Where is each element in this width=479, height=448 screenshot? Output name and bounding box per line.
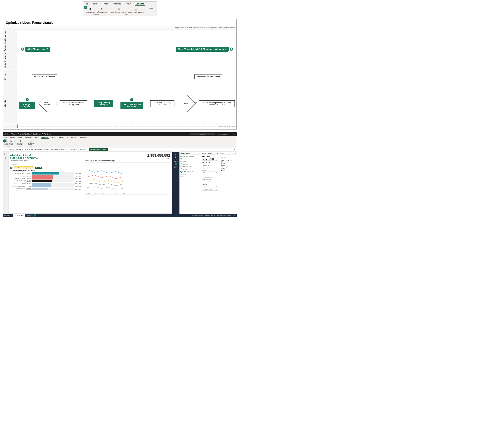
- show-hide-row: Show Hide: [180, 158, 200, 160]
- viz-pie-icon[interactable]: ◔: [202, 161, 205, 164]
- performance-analyzer-button[interactable]: 📊 Performance analyzer: [128, 7, 144, 13]
- ribbon-tab-home[interactable]: Home: [93, 2, 99, 6]
- bar-row: 4 AM–7 AM (7,193,488)7,193,488: [10, 175, 81, 177]
- pbi-tab-home[interactable]: Home: [10, 136, 15, 139]
- sel-item-textbox[interactable]: 👁Text box: [180, 163, 200, 165]
- sel-item-slicer1[interactable]: 👁Slicer: [180, 160, 200, 163]
- pbi-left-icons: 📋 ⊞ ⬡: [3, 152, 8, 214]
- fields-group-item[interactable]: ∑ Trips: [220, 163, 236, 164]
- right-chart: 2,383,658,592 Trips What day of the week…: [84, 152, 172, 213]
- fields-group-item[interactable]: ∑ Avg Fare per Trip: [220, 159, 236, 161]
- viz-table-icon[interactable]: ⊞: [208, 161, 211, 164]
- pause-visuals-label: Pause visuals: [85, 11, 95, 13]
- pbi-tab-modeling[interactable]: Modeling: [25, 136, 32, 139]
- ribbon-tab-modeling[interactable]: Modeling: [113, 2, 122, 6]
- viz-scatter-icon[interactable]: ⁘: [215, 158, 218, 161]
- tab-order-tab[interactable]: Tab order: [188, 155, 194, 157]
- pbi-ribbon-content: 4 ⏸ Pausedvisuals ↻ Refreshvisuals Serie…: [4, 139, 236, 147]
- maximize-icon[interactable]: □: [232, 133, 233, 135]
- review-group-label: Review: [148, 7, 153, 9]
- pbi-tab-file[interactable]: File: [4, 136, 8, 139]
- legend-label: Legend: [202, 174, 218, 176]
- sel-item-trends[interactable]: 👁Trends: [180, 168, 200, 170]
- titlebar-icon-2: [7, 133, 9, 135]
- pbi-refresh-button[interactable]: Refresh: [78, 148, 87, 151]
- pbi-refresh-label: Refreshvisuals: [9, 143, 13, 145]
- sel-item-whattime[interactable]: 3 What time of day...: [180, 170, 200, 173]
- viz-bar-icon[interactable]: ▦: [202, 158, 205, 161]
- resume-visuals-box: Click: "Paused visuals" Or "Resume visua…: [176, 47, 229, 52]
- fields-group-item[interactable]: ▶ Time: [220, 168, 236, 170]
- fields-search-input[interactable]: [220, 156, 236, 159]
- pbi-refresh-btn[interactable]: ↻ Refreshvisuals: [9, 140, 13, 145]
- ribbon-tab-view[interactable]: View: [126, 2, 131, 6]
- pbi-resume-button[interactable]: Resume visual queries: [89, 148, 108, 151]
- viz-area-icon[interactable]: ⬛: [212, 158, 214, 161]
- canvas-refresh-btn[interactable]: Refresh: [35, 167, 42, 169]
- viz-col-icon[interactable]: ▬: [205, 158, 208, 161]
- filter-item-slicer1: Slicer: [174, 165, 178, 167]
- add-page-btn[interactable]: +: [33, 214, 36, 217]
- pbi-tab-format[interactable]: Format: [71, 136, 77, 139]
- bar-value: 7,751,504: [75, 186, 81, 187]
- viz-map-icon[interactable]: 🗺: [205, 161, 208, 164]
- small-mult-dropzone[interactable]: Add data fields here: [202, 181, 218, 183]
- fields-group-item[interactable]: ∑ Fare: [220, 161, 236, 163]
- bar-row: Midnight–4:00 AM (7,193,488)7,193,488: [10, 177, 81, 179]
- slicer-control[interactable]: ▼ Slicer: [10, 163, 18, 165]
- pbi-tab-external[interactable]: External Tools: [57, 136, 68, 139]
- sel-item-slicer3[interactable]: 👁Slicer: [180, 176, 200, 178]
- pbi-tab-optimize[interactable]: Optimize: [41, 136, 49, 139]
- close-notif-icon[interactable]: ✕: [233, 148, 235, 151]
- bar-value: 5,366,760: [75, 188, 81, 190]
- viz-line-icon[interactable]: 📈: [208, 158, 211, 161]
- optimization-presets-button[interactable]: ⚙ Optimization presets ▾: [111, 7, 127, 13]
- minimize-icon[interactable]: ─: [229, 133, 231, 135]
- bar-fill: [32, 172, 59, 175]
- fields-group-item[interactable]: ▶ Trip: [220, 170, 236, 171]
- layer-order-tab[interactable]: Layer order: [180, 155, 188, 157]
- sel-item-slicer2[interactable]: 👁Slicer: [180, 173, 200, 176]
- fields-group-item[interactable]: ▶ Geography: [220, 166, 236, 168]
- pbi-tab-help[interactable]: Help: [51, 136, 55, 139]
- repeat-text: Repeat as necessary: [218, 125, 235, 127]
- time-of-day-chip[interactable]: Time of Day ✕: [202, 167, 218, 169]
- filter-item-1: What timeof day...: [173, 159, 179, 162]
- titlebar-icon-1: [4, 133, 6, 135]
- status-tab-matrix[interactable]: Matrix: [26, 214, 33, 217]
- pbi-opt-presets-btn[interactable]: ⚙ Optimizationpresets ▾: [17, 140, 24, 145]
- refresh-visuals-button[interactable]: ↻ Refresh visuals: [96, 7, 107, 13]
- tooltips-chip[interactable]: Fare ✕: [202, 185, 218, 188]
- pbi-tab-insert[interactable]: Insert: [17, 136, 22, 139]
- pbi-search-bar[interactable]: Search: [190, 133, 215, 135]
- row1-content: 1 Click: "Pause visuals" Click: "Paused …: [17, 29, 236, 69]
- dax-label: DAX query needed?: [42, 102, 53, 105]
- close-icon[interactable]: ✕: [234, 133, 235, 135]
- pbi-tab-view[interactable]: View: [34, 136, 39, 139]
- bar-fill: [32, 188, 48, 190]
- pause-visuals-wrap: 1 ⏸ Pause visuals: [85, 7, 95, 13]
- selection-tabs: Layer order Tab order: [180, 155, 200, 157]
- ribbon-tab-insert[interactable]: Insert: [103, 2, 109, 6]
- report-view-icon[interactable]: 📋: [4, 152, 7, 156]
- ribbon-tab-file[interactable]: File: [84, 2, 89, 6]
- sel-item-multirow[interactable]: 👁Multi-row card: [180, 165, 200, 168]
- tooltips-chip2[interactable]: Avg Fare per Trip ✕: [202, 188, 218, 191]
- model-view-icon[interactable]: ⬡: [4, 160, 7, 164]
- learn-more-link[interactable]: Learn more: [69, 149, 77, 150]
- fields-group-item[interactable]: ▶ Date: [220, 164, 236, 166]
- done-label: Done?: [184, 103, 189, 105]
- row1-left: 1 Click: "Pause visuals": [21, 47, 50, 52]
- pbi-viz-panel: Visualizations » Build visual ▦ ▬ 📈 ⬛ ⁘ …: [201, 152, 219, 214]
- ribbon-tab-optimize[interactable]: Optimize: [135, 2, 145, 6]
- arrow4: →: [145, 102, 148, 105]
- filter-items: What timeof day... 3 Slicer Slicer: [172, 159, 180, 168]
- table-view-icon[interactable]: ⊞: [4, 156, 7, 159]
- xaxis-chip[interactable]: Trips ✕: [202, 171, 218, 174]
- pbi-tab-data-drill[interactable]: Data / Drill: [79, 136, 87, 139]
- pbi-perf-analyzer-btn[interactable]: 📊 Performanceanalyzer: [27, 140, 35, 145]
- arrow2: →: [89, 102, 93, 105]
- done-diamond: Done?: [182, 96, 192, 111]
- status-tab-timeofday[interactable]: Time of Day: [13, 214, 25, 217]
- legend-dropzone[interactable]: Add data fields here: [202, 176, 218, 178]
